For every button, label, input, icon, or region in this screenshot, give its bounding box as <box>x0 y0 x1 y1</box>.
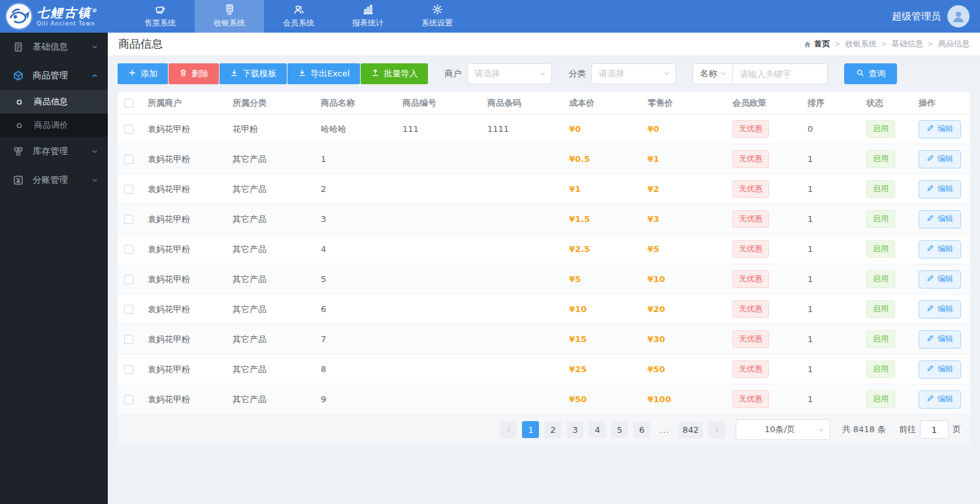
select-all-checkbox[interactable] <box>124 99 133 108</box>
cell-sort: 1 <box>808 184 866 194</box>
keyword-input[interactable] <box>733 63 828 84</box>
pencil-icon <box>926 124 934 134</box>
row-checkbox[interactable] <box>124 365 133 374</box>
cell-name: 5 <box>321 274 402 284</box>
edit-button[interactable]: 编辑 <box>919 150 961 168</box>
edit-button[interactable]: 编辑 <box>919 240 961 259</box>
cell-name: 4 <box>321 244 402 254</box>
cell-actions: 编辑 <box>919 150 964 168</box>
sidebar-item-boxes[interactable]: 库存管理 <box>0 137 108 166</box>
topnav-tab-chart[interactable]: 报表统计 <box>333 0 402 33</box>
cell-actions: 编辑 <box>919 120 964 138</box>
main-content: 商品信息 首页>收银系统>基础信息>商品信息 添加 删除 下载模板 导出Exce… <box>108 33 980 504</box>
topnav-tab-pos[interactable]: 收银系统 <box>195 0 264 33</box>
edit-button[interactable]: 编辑 <box>919 270 961 289</box>
download-template-button[interactable]: 下载模板 <box>220 63 287 84</box>
cell-merchant: 袁妈花甲粉 <box>148 244 233 255</box>
edit-button[interactable]: 编辑 <box>919 390 961 409</box>
sidebar-item-yen[interactable]: 分账管理 <box>0 166 108 195</box>
page-number-button[interactable]: 2 <box>544 421 561 438</box>
row-checkbox[interactable] <box>124 395 133 404</box>
upload-icon <box>371 69 380 79</box>
cell-policy: 无优惠 <box>732 120 808 138</box>
search-field-select[interactable]: 名称 <box>693 63 733 84</box>
sidebar-subitem[interactable]: 商品调价 <box>0 114 108 137</box>
add-button[interactable]: 添加 <box>118 63 168 84</box>
pencil-icon <box>926 244 934 254</box>
brand-logo-icon <box>7 4 31 29</box>
edit-button-label: 编辑 <box>938 183 953 195</box>
search-button[interactable]: 查询 <box>844 63 897 84</box>
user-avatar[interactable] <box>947 5 970 27</box>
cell-name: 6 <box>321 304 402 314</box>
pencil-icon <box>926 364 934 374</box>
edit-button[interactable]: 编辑 <box>919 330 961 349</box>
column-header: 成本价 <box>569 97 647 109</box>
prev-page-button[interactable] <box>500 421 517 438</box>
sidebar-item-label: 基础信息 <box>33 41 91 53</box>
current-user-label: 超级管理员 <box>892 10 941 23</box>
page-number-button[interactable]: 842 <box>679 421 703 438</box>
cell-merchant: 袁妈花甲粉 <box>148 274 233 285</box>
cell-sort: 1 <box>808 244 866 254</box>
cell-price: ¥5 <box>647 244 732 254</box>
edit-button[interactable]: 编辑 <box>919 360 961 379</box>
row-checkbox[interactable] <box>124 185 133 194</box>
edit-button[interactable]: 编辑 <box>919 300 961 319</box>
breadcrumb-item[interactable]: 基础信息 <box>892 39 923 50</box>
brand-logo[interactable]: 七鲤古镇® Qili Ancient Town <box>0 0 125 33</box>
tickets-icon <box>155 4 166 15</box>
cell-cost: ¥1.5 <box>569 214 647 224</box>
page-number-button[interactable]: 5 <box>611 421 628 438</box>
page-number-button[interactable]: 3 <box>566 421 583 438</box>
next-page-button[interactable] <box>708 421 725 438</box>
chevron-down-icon <box>91 43 99 51</box>
breadcrumb-item[interactable]: 收银系统 <box>845 39 877 50</box>
edit-button[interactable]: 编辑 <box>919 210 961 228</box>
row-checkbox[interactable] <box>124 275 133 284</box>
row-checkbox[interactable] <box>124 215 133 224</box>
row-checkbox[interactable] <box>124 155 133 164</box>
topnav-tab-label: 系统设置 <box>421 18 453 29</box>
row-checkbox[interactable] <box>124 305 133 314</box>
topnav-tab-members[interactable]: 会员系统 <box>264 0 333 33</box>
sidebar-item-doc[interactable]: 基础信息 <box>0 33 108 61</box>
cell-name: 3 <box>321 214 402 224</box>
breadcrumb-home-link[interactable]: 首页 <box>804 39 830 50</box>
merchant-select[interactable]: 请选择 <box>467 63 552 84</box>
row-checkbox[interactable] <box>124 245 133 254</box>
page-size-select[interactable]: 10条/页 <box>736 419 830 440</box>
download-icon <box>298 69 306 79</box>
goto-page-input[interactable] <box>920 420 949 439</box>
cell-cost: ¥25 <box>569 364 647 374</box>
batch-import-button[interactable]: 批量导入 <box>361 63 428 84</box>
edit-button-label: 编辑 <box>938 334 953 345</box>
page-number-button[interactable]: 6 <box>633 421 650 438</box>
status-badge: 启用 <box>866 240 895 258</box>
export-excel-button[interactable]: 导出Excel <box>287 63 360 84</box>
doc-icon <box>13 42 24 52</box>
cell-sort: 0 <box>808 124 866 134</box>
edit-button[interactable]: 编辑 <box>919 180 961 198</box>
row-checkbox[interactable] <box>124 125 133 134</box>
row-checkbox[interactable] <box>124 335 133 344</box>
chevron-down-icon <box>720 69 727 79</box>
cell-cost: ¥2.5 <box>569 244 647 254</box>
cell-status: 启用 <box>866 270 919 288</box>
topnav-tab-tickets[interactable]: 售票系统 <box>125 0 195 33</box>
sidebar-item-cube[interactable]: 商品管理 <box>0 61 108 90</box>
page-ellipsis: ... <box>655 421 673 438</box>
topnav-tab-gear[interactable]: 系统设置 <box>402 0 472 33</box>
cell-merchant: 袁妈花甲粉 <box>148 183 233 195</box>
cell-sort: 1 <box>808 364 866 374</box>
sidebar-subitem[interactable]: 商品信息 <box>0 90 108 114</box>
category-select[interactable]: 请选择 <box>591 63 676 84</box>
cell-category: 其它产品 <box>233 213 321 225</box>
delete-button[interactable]: 删除 <box>169 63 219 84</box>
status-badge: 启用 <box>866 270 895 288</box>
cell-name: 9 <box>321 394 402 404</box>
page-number-button[interactable]: 1 <box>522 421 539 438</box>
edit-button[interactable]: 编辑 <box>919 120 961 138</box>
pencil-icon <box>926 184 934 194</box>
page-number-button[interactable]: 4 <box>589 421 606 438</box>
